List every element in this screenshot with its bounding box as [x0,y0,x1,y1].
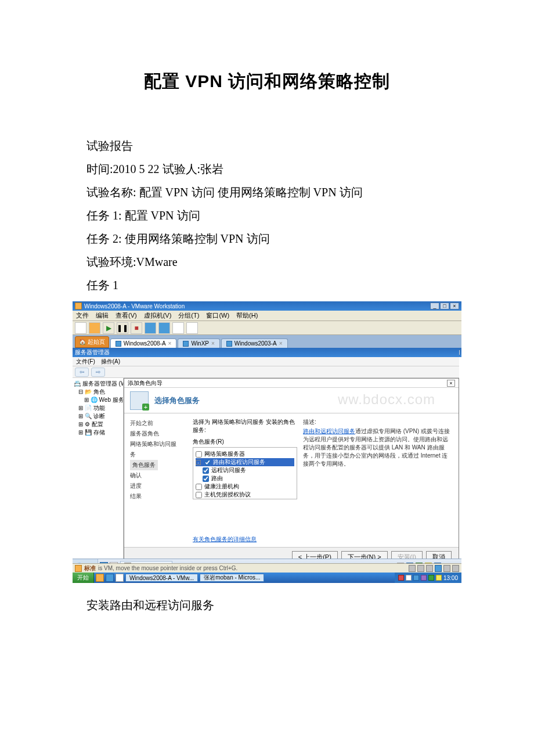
sm-menu-file[interactable]: 文件(F) [76,358,95,366]
toolbar-button[interactable] [75,322,86,334]
taskbar-vmware[interactable]: Windows2008-A - VMw... [125,574,198,582]
server-manager-window: 服务器管理器 文件(F) 操作(A) ⇦ ⇨ 📇 服务器管理器 (W ⊟ 📂 角… [73,348,459,567]
stop-button[interactable]: ■ [131,322,142,334]
quicklaunch-ie-icon[interactable] [106,574,114,582]
taskbar-word[interactable]: 张岩moban - Micros... [200,574,264,582]
text-line: 试验报告 [73,134,461,157]
menu-help[interactable]: 帮助(H) [236,311,258,320]
snapshot-button[interactable] [145,322,156,334]
text-line: 任务 1 [73,273,461,297]
host-start-button[interactable]: 开始 [73,573,94,583]
wizard-main-label: 选择为 网络策略和访问服务 安装的角色服务: [193,418,297,434]
device-network-icon[interactable] [435,565,442,572]
server-manager-tree[interactable]: 📇 服务器管理器 (W ⊟ 📂 角色 ⊞ 🌐 Web 服务器 ⊞ 📄 功能 ⊞ … [73,378,124,567]
forward-button[interactable]: ⇨ [91,368,105,377]
tree-root[interactable]: 📇 服务器管理器 (W [74,380,122,388]
close-tab-icon[interactable]: × [168,340,172,347]
minimize-button[interactable]: _ [430,303,439,309]
unity-button[interactable] [186,322,198,334]
wizard-close-button[interactable]: × [447,380,455,387]
sm-menu-action[interactable]: 操作(A) [101,358,120,366]
add-roles-wizard: 添加角色向导 × 选择角色服务 ww.bdocx.com [124,378,459,567]
tab-windows2008[interactable]: Windows2008-A× [110,339,177,348]
quicklaunch-icon[interactable] [96,574,104,582]
collapse-icon[interactable]: - [196,460,201,465]
vmware-statusbar: 标准 is VM, move the mouse pointer inside … [73,563,461,573]
step-server-roles[interactable]: 服务器角色 [130,429,181,439]
tray-icon[interactable] [428,575,434,581]
menu-edit[interactable]: 编辑 [96,311,109,320]
description-link[interactable]: 路由和远程访问服务 [303,428,355,434]
wizard-more-link: 有关角色服务的详细信息 [193,535,257,543]
fullscreen-button[interactable] [172,322,184,334]
document-caption: 安装路由和远程访问服务 [73,593,461,617]
device-hdd-icon[interactable] [409,565,416,572]
tab-windows2003[interactable]: Windows2003-A× [221,339,288,348]
menu-file[interactable]: 文件 [76,311,89,320]
quicklaunch-icon[interactable] [116,574,124,582]
tray-icon[interactable] [413,575,419,581]
role-ras[interactable]: 远程访问服务 [196,466,294,474]
step-npas[interactable]: 网络策略和访问服务 [130,439,181,460]
close-tab-icon[interactable]: × [279,340,283,347]
role-services-list[interactable]: 网络策略服务器 -路由和远程访问服务 远程访问服务 路由 健康注册机构 主机凭据… [193,447,297,499]
checkbox-rras[interactable] [204,459,211,466]
device-floppy-icon[interactable] [426,565,433,572]
text-line: 时间:2010 5 22 试验人:张岩 [73,157,461,181]
role-rras[interactable]: -路由和远程访问服务 [196,458,294,466]
step-confirm[interactable]: 确认 [130,470,181,481]
tree-storage[interactable]: ⊞ 💾 存储 [74,429,122,437]
menu-window[interactable]: 窗口(W) [206,311,229,320]
step-before[interactable]: 开始之前 [130,418,181,429]
pause-button[interactable]: ❚❚ [117,322,128,334]
tree-roles[interactable]: ⊟ 📂 角色 [74,388,122,396]
host-taskbar: 开始 Windows2008-A - VMw... 张岩moban - Micr… [73,573,461,583]
tray-icon[interactable] [406,575,412,581]
tab-home[interactable]: 🏠 起始页 [75,336,109,348]
wizard-header: 选择角色服务 ww.bdocx.com [124,388,459,413]
role-routing[interactable]: 路由 [196,474,294,483]
role-hcap[interactable]: 主机凭据授权协议 [196,491,294,499]
tray-icon[interactable] [421,575,427,581]
play-button[interactable]: ▶ [103,322,114,334]
checkbox-ras[interactable] [203,467,209,474]
role-hra[interactable]: 健康注册机构 [196,483,294,491]
menu-vm[interactable]: 虚拟机(V) [144,311,172,320]
tree-features[interactable]: ⊞ 📄 功能 [74,404,122,412]
toolbar-button[interactable] [158,322,170,334]
checkbox-hra[interactable] [196,484,202,490]
menu-view[interactable]: 查看(V) [116,311,137,320]
checkbox-nps[interactable] [196,451,202,458]
toolbar-button[interactable] [89,322,100,334]
device-cd-icon[interactable] [417,565,424,572]
roles-label: 角色服务(R) [193,438,297,446]
guest-desktop: _ □ × 服务器管理器 文件(F) 操作(A) ⇦ ⇨ [73,348,461,573]
step-role-services[interactable]: 角色服务 [130,460,158,470]
role-nps[interactable]: 网络策略服务器 [196,450,294,458]
tab-winxp[interactable]: WinXP× [178,339,219,348]
tree-config[interactable]: ⊞ ⚙ 配置 [74,420,122,429]
device-sound-icon[interactable] [452,565,459,572]
text-line: 任务 2: 使用网络策略控制 VPN 访问 [73,227,461,250]
back-button[interactable]: ⇦ [75,368,89,377]
more-info-link[interactable]: 有关角色服务的详细信息 [193,536,257,542]
host-tray: 13:00 [395,573,461,583]
vmware-tabbar: 🏠 起始页 Windows2008-A× WinXP× Windows2003-… [73,335,461,348]
device-usb-icon[interactable] [443,565,450,572]
close-button[interactable]: × [450,303,459,309]
checkbox-hcap[interactable] [196,492,202,498]
step-progress[interactable]: 进度 [130,481,181,491]
checkbox-routing[interactable] [203,476,209,482]
tray-icon[interactable] [398,575,404,581]
vmware-title-text: Windows2008-A - VMware Workstation [84,303,185,309]
window-buttons: _ □ × [430,303,459,309]
close-tab-icon[interactable]: × [211,340,215,347]
tree-web[interactable]: ⊞ 🌐 Web 服务器 [74,396,122,404]
tree-diag[interactable]: ⊞ 🔍 诊断 [74,412,122,420]
host-clock: 13:00 [443,575,458,581]
tray-icon[interactable] [436,575,442,581]
step-results[interactable]: 结果 [130,491,181,502]
screenshot: Windows2008-A - VMware Workstation _ □ ×… [73,301,461,583]
menu-team[interactable]: 分组(T) [178,311,199,320]
maximize-button[interactable]: □ [440,303,449,309]
